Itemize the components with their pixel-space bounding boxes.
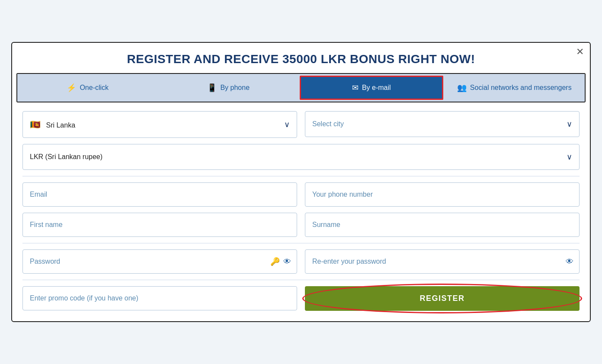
city-select[interactable]: Select city ∨	[305, 111, 580, 138]
registration-tabs: ⚡ One-click 📱 By phone ✉ By e-mail 👥 Soc…	[16, 73, 586, 102]
country-value: 🇱🇰 Sri Lanka	[30, 119, 75, 130]
promo-code-field[interactable]	[22, 286, 297, 311]
tab-one-click-label: One-click	[80, 84, 109, 92]
tab-social-label: Social networks and messengers	[470, 84, 572, 92]
currency-select[interactable]: LKR (Sri Lankan rupee) ∨	[22, 144, 580, 170]
lightning-icon: ⚡	[67, 83, 76, 93]
name-row	[22, 213, 580, 237]
reenter-password-input[interactable]	[305, 249, 580, 274]
divider-3	[22, 280, 580, 280]
chevron-down-icon: ∨	[567, 152, 572, 162]
registration-modal: ✕ REGISTER AND RECEIVE 35000 LKR BONUS R…	[11, 42, 591, 322]
register-button[interactable]: REGISTER	[305, 286, 580, 311]
email-input[interactable]	[22, 182, 297, 207]
country-city-row: 🇱🇰 Sri Lanka ∨ Select city ∨	[22, 111, 580, 138]
divider-2	[22, 243, 580, 243]
email-phone-row	[22, 182, 580, 207]
close-button[interactable]: ✕	[576, 47, 584, 57]
password-field[interactable]: 🔑 👁	[22, 249, 297, 274]
password-input[interactable]	[22, 249, 297, 274]
email-field[interactable]	[22, 182, 297, 207]
country-select[interactable]: 🇱🇰 Sri Lanka ∨	[22, 111, 297, 138]
tab-social[interactable]: 👥 Social networks and messengers	[444, 74, 585, 102]
city-placeholder: Select city	[312, 120, 344, 128]
chevron-down-icon: ∨	[284, 120, 290, 129]
promo-register-row: REGISTER	[22, 286, 580, 311]
social-icon: 👥	[457, 83, 467, 93]
first-name-field[interactable]	[22, 213, 297, 237]
surname-field[interactable]	[305, 213, 580, 237]
email-icon: ✉	[352, 83, 359, 93]
tab-by-phone[interactable]: 📱 By phone	[158, 74, 299, 102]
phone-field[interactable]	[305, 182, 580, 207]
registration-form: 🇱🇰 Sri Lanka ∨ Select city ∨ LKR (Sri La…	[12, 111, 590, 311]
currency-row: LKR (Sri Lankan rupee) ∨	[22, 144, 580, 170]
register-button-wrap: REGISTER	[305, 286, 580, 311]
sri-lanka-flag: 🇱🇰	[30, 120, 41, 129]
tab-by-phone-label: By phone	[220, 84, 250, 92]
reenter-password-field[interactable]: 👁	[305, 249, 580, 274]
tab-by-email[interactable]: ✉ By e-mail	[300, 76, 443, 100]
tab-by-email-label: By e-mail	[362, 84, 391, 92]
city-select-box[interactable]: Select city ∨	[305, 111, 580, 137]
tab-one-click[interactable]: ⚡ One-click	[17, 74, 158, 102]
divider-1	[22, 176, 580, 176]
country-select-box[interactable]: 🇱🇰 Sri Lanka ∨	[22, 111, 297, 138]
phone-icon: 📱	[207, 83, 217, 93]
chevron-down-icon: ∨	[567, 119, 572, 129]
first-name-input[interactable]	[22, 213, 297, 237]
currency-select-box[interactable]: LKR (Sri Lankan rupee) ∨	[22, 144, 580, 170]
password-row: 🔑 👁 👁	[22, 249, 580, 274]
promo-code-input[interactable]	[22, 286, 297, 310]
phone-input[interactable]	[305, 182, 580, 207]
currency-value: LKR (Sri Lankan rupee)	[30, 153, 102, 161]
modal-title: REGISTER AND RECEIVE 35000 LKR BONUS RIG…	[12, 43, 590, 73]
surname-input[interactable]	[305, 213, 580, 237]
